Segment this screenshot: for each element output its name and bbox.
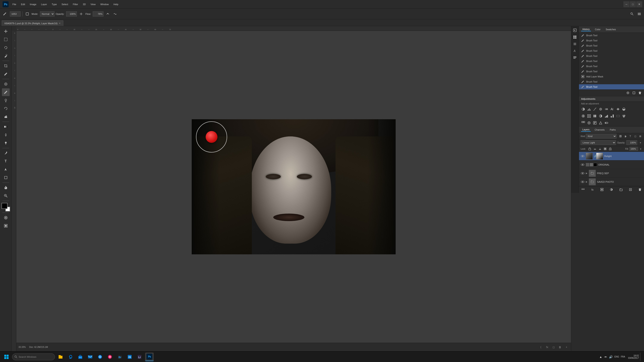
foreground-color-swatch[interactable] [2, 203, 8, 209]
channel-mixer-btn[interactable] [586, 113, 592, 119]
taskbar-search[interactable]: Search Windows [12, 354, 55, 360]
menu-help[interactable]: Help [112, 2, 121, 6]
gradient-map-btn[interactable] [616, 113, 620, 119]
dodge-tool[interactable] [2, 139, 10, 147]
history-item-5[interactable]: Brush Tool [579, 53, 644, 58]
tray-up-arrow[interactable]: ▲ [599, 355, 602, 359]
search-btn[interactable] [629, 11, 635, 17]
panel-icon-3[interactable] [572, 41, 578, 47]
menu-3d[interactable]: 3D [81, 2, 88, 6]
layer-visibility-original[interactable] [581, 163, 584, 167]
healing-brush-tool[interactable] [2, 80, 10, 88]
layer-opacity-input[interactable] [626, 140, 637, 145]
create-snapshot-btn[interactable] [626, 90, 630, 95]
minimize-button[interactable]: ─ [624, 1, 630, 7]
create-doc-from-current-btn[interactable] [632, 90, 636, 95]
menu-file[interactable]: File [10, 2, 18, 6]
panel-icon-1[interactable] [572, 27, 578, 33]
taskbar-outlook[interactable]: Ot [125, 353, 134, 361]
move-tool[interactable] [2, 27, 10, 35]
tray-network[interactable] [604, 355, 607, 359]
link-layers-btn[interactable] [581, 187, 586, 192]
status-extra-btn-1[interactable]: ⟨ [538, 345, 543, 350]
history-item-2[interactable]: Brush Tool [579, 38, 644, 43]
layer-item-savedphoto[interactable]: ▶ SAVED PHOTO [579, 178, 644, 186]
status-extra-btn-5[interactable]: + [564, 345, 569, 350]
layer-item-relight[interactable]: 🔗 Relight [579, 152, 644, 160]
delete-layer-btn[interactable] [638, 187, 642, 192]
filter-shape-btn[interactable]: ◻ [633, 134, 637, 138]
threshold-btn[interactable] [610, 113, 615, 119]
brush-tool-btn[interactable] [2, 11, 8, 17]
eraser-tool[interactable] [2, 113, 10, 120]
taskbar-ps-active[interactable]: Ps [145, 353, 154, 361]
layer-visibility-relight[interactable] [581, 154, 584, 158]
document-tab[interactable]: K8A0079-1.psd @ 33.3% (Relight, Layer Ma… [2, 20, 63, 26]
stamp-tool[interactable] [2, 96, 10, 104]
swatches-tab[interactable]: Swatches [604, 28, 617, 31]
lock-all-btn[interactable] [608, 147, 612, 151]
add-mask-btn[interactable] [600, 187, 604, 192]
brush-tool-toolbox[interactable] [2, 88, 10, 96]
kind-select[interactable]: Kind [586, 134, 616, 139]
status-extra-btn-4[interactable]: 🗑 [558, 345, 562, 350]
menu-layer[interactable]: Layer [39, 2, 49, 6]
maximize-button[interactable]: □ [630, 1, 636, 7]
invert-btn[interactable] [598, 113, 603, 119]
close-button[interactable]: ✕ [636, 1, 642, 7]
adj-more-3[interactable] [592, 120, 598, 125]
menu-window[interactable]: Window [98, 2, 111, 6]
show-desktop-btn[interactable] [640, 353, 642, 361]
levels-btn[interactable] [586, 107, 592, 112]
lock-position-btn[interactable] [598, 147, 602, 151]
quick-mask-btn[interactable] [2, 214, 10, 222]
tab-close-btn[interactable]: ✕ [59, 22, 60, 24]
zoom-tool[interactable] [2, 192, 10, 200]
photo-filter-btn[interactable] [581, 113, 586, 119]
history-brush-tool[interactable] [2, 105, 10, 112]
workspace-btn[interactable] [636, 11, 642, 17]
color-lookup-btn[interactable] [592, 113, 598, 119]
taskbar-photos[interactable] [96, 353, 104, 361]
path-selection-tool[interactable] [2, 166, 10, 173]
vibrance-btn[interactable] [604, 107, 609, 112]
text-tool[interactable]: T [2, 157, 10, 165]
history-item-3[interactable]: Brush Tool [579, 43, 644, 48]
history-item-9[interactable]: Add Layer Mask [579, 74, 644, 79]
color-balance-btn[interactable] [616, 107, 620, 112]
layers-tab[interactable]: Layers [581, 128, 591, 132]
blur-tool[interactable] [2, 131, 10, 139]
adj-more-5[interactable] [604, 120, 609, 125]
lock-transparent-btn[interactable] [588, 147, 592, 151]
lock-artboard-btn[interactable] [603, 147, 607, 151]
menu-type[interactable]: Type [50, 2, 59, 6]
fill-dropdown-btn[interactable]: ▾ [639, 147, 642, 151]
panel-icon-2[interactable] [572, 34, 578, 40]
menu-filter[interactable]: Filter [71, 2, 80, 6]
menu-image[interactable]: Image [28, 2, 39, 6]
screen-mode-btn[interactable] [2, 222, 10, 230]
taskbar-bridge[interactable]: Br [116, 353, 124, 361]
adj-more-2[interactable] [586, 120, 592, 125]
new-layer-btn[interactable] [628, 187, 633, 192]
smoothing-btn[interactable] [112, 11, 118, 17]
blend-mode-select[interactable]: Linear Light Normal Multiply Screen Over… [581, 140, 616, 145]
paths-tab[interactable]: Paths [608, 128, 617, 131]
history-item-4[interactable]: Brush Tool [579, 48, 644, 53]
posterize-btn[interactable] [604, 113, 609, 119]
gradient-tool[interactable] [2, 123, 10, 131]
tray-language-fra[interactable]: FRA [621, 356, 625, 358]
layer-item-freqsep[interactable]: ▶ FREQ SEP [579, 169, 644, 178]
opacity-input[interactable] [66, 11, 77, 16]
taskbar-mail[interactable] [86, 353, 94, 361]
delete-history-btn[interactable] [638, 90, 642, 95]
curves-btn[interactable] [592, 107, 598, 112]
selective-color-btn[interactable] [621, 113, 626, 119]
brightness-contrast-btn[interactable] [581, 107, 586, 112]
taskbar-lightroom[interactable]: Lr [135, 353, 144, 361]
history-item-8[interactable]: Brush Tool [579, 69, 644, 74]
history-item-6[interactable]: Brush Tool [579, 58, 644, 64]
opacity-dropdown-btn[interactable]: ▾ [638, 141, 642, 145]
taskbar-groove[interactable] [106, 353, 114, 361]
new-adj-layer-btn[interactable] [609, 187, 614, 192]
